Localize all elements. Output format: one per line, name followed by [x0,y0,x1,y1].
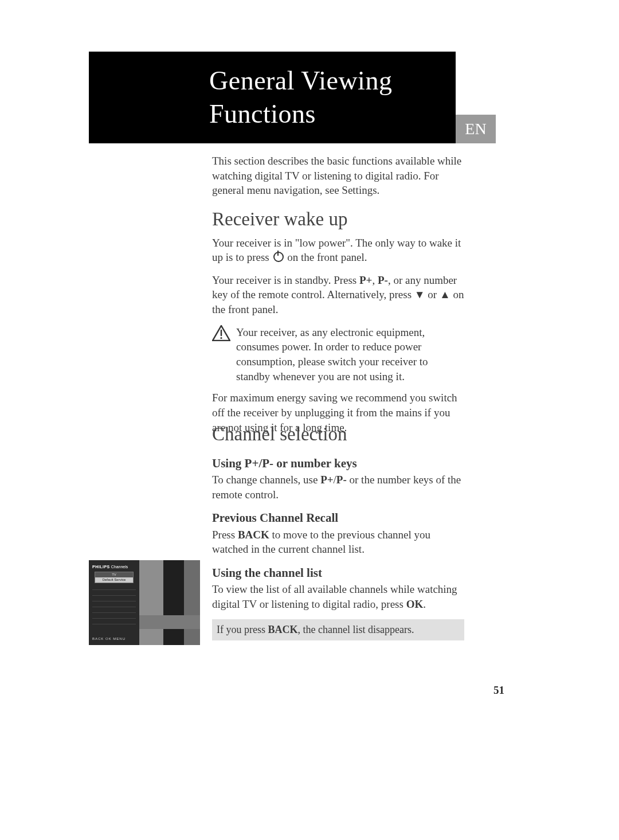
list-row [92,613,136,619]
warning-block: Your receiver, as any electronic equipme… [212,325,464,384]
key-pminus: P- [378,274,388,286]
note-block: If you press BACK, the channel list disa… [212,619,464,640]
channel-list-screenshot: PHILIPS Channels TV Default Service BACK… [89,560,200,645]
chapter-title-block: General Viewing Functions [89,52,456,143]
intro-text: This section describes the basic functio… [212,154,464,198]
list-row [92,607,136,613]
text: on the front panel. [287,251,367,263]
brand-label: PHILIPS [92,565,110,569]
screenshot-tab: TV Default Service [95,572,134,583]
section-heading: Receiver wake up [212,206,464,232]
key-back: BACK [238,529,269,541]
chapter-title: General Viewing Functions [209,66,392,128]
screenshot-footer-keys: BACK OK MENU [92,637,126,640]
svg-point-2 [220,337,222,339]
list-row [92,590,136,596]
list-row [92,601,136,607]
section-receiver-wake-up: Receiver wake up Your receiver is in "lo… [212,206,464,443]
warning-icon [212,325,230,341]
screenshot-bg-dark [163,560,184,645]
manual-page: General Viewing Functions EN This sectio… [0,0,619,840]
paragraph: Press BACK to move to the previous chann… [212,528,464,557]
language-tab: EN [456,115,496,143]
text: To change channels, use [212,474,320,486]
paragraph: To change channels, use P+/P- or the num… [212,472,464,502]
subheading: Using P+/P- or number keys [212,455,464,471]
screenshot-bg-mid [139,560,163,645]
key-back: BACK [268,624,297,635]
text: If you press [217,624,268,635]
warning-text: Your receiver, as any electronic equipme… [236,325,464,384]
list-row [92,619,136,624]
text: , the channel list disappears. [298,624,414,635]
power-icon [273,252,284,262]
paragraph: Your receiver is in "low power". The onl… [212,236,464,265]
intro-paragraph: This section describes the basic functio… [212,154,464,206]
screenshot-bg-strip [139,615,200,629]
language-code: EN [465,120,486,138]
text: Press [212,529,238,541]
screenshot-list-rows [92,584,136,624]
tab-tv: TV [95,572,133,577]
key-pplus: P+ [359,274,372,286]
paragraph: Your receiver is in standby. Press P+, P… [212,273,464,317]
brand-sublabel: Channels [111,565,128,569]
subheading: Previous Channel Recall [212,510,464,526]
subheading: Using the channel list [212,565,464,581]
text: Your receiver is in standby. Press [212,274,359,286]
section-channel-selection: Channel selection Using P+/P- or number … [212,421,464,640]
page-number: 51 [493,684,504,697]
list-row [92,584,136,590]
screenshot-header: PHILIPS Channels [92,565,128,569]
key-pplus: P+ [320,474,333,486]
text: , [372,274,378,286]
list-row [92,596,136,601]
key-pminus: P- [336,474,347,486]
section-heading: Channel selection [212,421,464,447]
paragraph: To view the list of all available channe… [212,582,464,611]
tab-default-service: Default Service [95,577,133,583]
key-ok: OK [406,598,424,610]
text: . [423,598,426,610]
